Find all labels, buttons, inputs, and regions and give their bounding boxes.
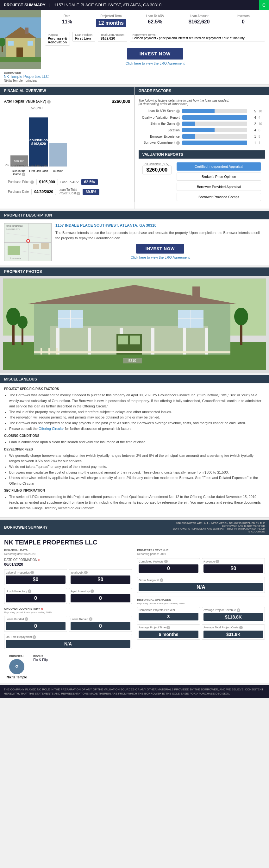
grade-row-location: Location 4 8 bbox=[139, 128, 265, 132]
val-option-borrower-appraisal[interactable]: Borrower Provided Appraisal bbox=[177, 183, 261, 191]
lro-agreement-link[interactable]: Click here to view the LRO Agreement bbox=[45, 61, 265, 65]
svg-text:© Terms of Use: © Terms of Use bbox=[10, 257, 21, 259]
desc-invest-button[interactable]: INVEST NOW bbox=[136, 244, 184, 254]
unsold-info[interactable]: i bbox=[28, 589, 31, 593]
svg-text:5310: 5310 bbox=[129, 359, 136, 363]
sec-bullets: The series of LROs corresponding to this… bbox=[4, 494, 265, 511]
loan-to-arv-item-label: Loan To ARV bbox=[61, 180, 79, 184]
loan-details-area: Rate 11% Projected Term 12 months Loan T… bbox=[41, 10, 269, 69]
grade-bar-commitment bbox=[182, 141, 247, 145]
svg-rect-51 bbox=[40, 348, 42, 354]
skin-info[interactable]: i bbox=[22, 173, 25, 176]
completed-projects-value: 0 bbox=[139, 564, 198, 572]
loan-to-project-value: 89.5% bbox=[82, 189, 99, 195]
svg-rect-50 bbox=[34, 351, 230, 353]
ha-bottom-grid: Average Project Time i 6 months Average … bbox=[137, 624, 265, 640]
completed-per-year-value: 3 bbox=[139, 613, 198, 620]
arv-value: $260,000 bbox=[112, 99, 130, 104]
loan-to-project-label: Loan To TotalProject Cost i bbox=[59, 188, 80, 195]
loan-to-project-info[interactable]: i bbox=[76, 192, 80, 195]
value-properties-cell: Value of Properties i $0 bbox=[4, 569, 67, 585]
inventory-grid: Unsold Inventory i 0 Aged Inventory i 0 bbox=[4, 588, 132, 604]
svg-rect-52 bbox=[48, 348, 50, 354]
header-address: 1157 INDALE PLACE SOUTHWEST, ATLANTA, GA… bbox=[54, 3, 161, 7]
principal-middle: FOCUS Fix & Flip bbox=[33, 655, 265, 679]
unsold-inventory-label: Unsold Inventory i bbox=[6, 589, 66, 593]
revenue-label: Revenue i bbox=[203, 560, 263, 563]
aged-info[interactable]: i bbox=[91, 589, 94, 593]
borrower-summary-section: BORROWER SUMMARY UNLESS NOTED WITH A ⊕ ,… bbox=[0, 520, 269, 683]
groundfloor-history-area: GROUNDFLOOR HISTORY ⊕ Reporting period: … bbox=[4, 607, 132, 649]
grade-score-skin: 2 bbox=[250, 122, 256, 126]
grade-max-skin: 10 bbox=[259, 122, 265, 126]
val-option-bpo[interactable]: Broker's Price Opinion bbox=[177, 173, 261, 181]
company-name: NK TEMPLE PROPERTIES LLC bbox=[4, 539, 265, 546]
ltarv-info[interactable]: i bbox=[176, 110, 180, 113]
property-description-header: PROPERTY DESCRIPTION bbox=[0, 211, 269, 219]
page-footer: THE COMPANY PLAYED NO ROLE IN THE PREPAR… bbox=[0, 685, 269, 698]
purchase-date-value: 04/30/2020 bbox=[31, 189, 56, 195]
value-properties-info[interactable]: i bbox=[30, 571, 34, 574]
val-option-certified[interactable]: Certified Independent Appraisal bbox=[177, 162, 261, 170]
completed-per-year-label: Completed Projects Per Year bbox=[139, 609, 198, 612]
total-loan-box: Total Loan Amount $162,620 bbox=[98, 32, 127, 42]
avg-project-revenue-label: Average Project Revenue i bbox=[203, 609, 263, 612]
grade-max-experience: 5 bbox=[259, 135, 265, 138]
loan-stat-amount: Loan Amount $162,620 bbox=[177, 12, 221, 29]
on-time-value: N/A bbox=[6, 640, 130, 648]
valuation-header: VALUATION REPORTS bbox=[139, 150, 265, 159]
closing-bullets: Loan is conditioned upon a clean title s… bbox=[4, 439, 265, 445]
total-debt-info[interactable]: i bbox=[84, 571, 88, 574]
revenue-value: $0 bbox=[203, 564, 263, 572]
avg-total-costs-label: Average Total Project Costs i bbox=[203, 626, 263, 629]
desc-text-area: 1157 INDALE PLACE SOUTHWEST, ATLANTA, GA… bbox=[55, 223, 265, 261]
purchase-price-info[interactable]: i bbox=[30, 180, 34, 184]
arv-info-icon[interactable]: i bbox=[47, 100, 51, 103]
avg-time-info[interactable]: i bbox=[166, 626, 170, 629]
on-time-label: On Time Repayment i bbox=[6, 635, 130, 639]
arv-num: $260,000 bbox=[142, 165, 172, 175]
on-time-info[interactable]: i bbox=[33, 635, 36, 639]
loans-repaid-info[interactable]: i bbox=[89, 617, 92, 621]
grade-bar-fill-commitment bbox=[182, 141, 247, 145]
property-photos-body: 5310 bbox=[0, 276, 269, 373]
projects-reporting-date: Reporting period: 2019 bbox=[137, 552, 265, 556]
avg-revenue-info[interactable]: i bbox=[237, 609, 240, 612]
loans-funded-info[interactable]: i bbox=[25, 617, 28, 621]
svg-rect-45 bbox=[193, 286, 200, 302]
svg-rect-35 bbox=[205, 328, 208, 354]
bar-skin: $18,100 bbox=[10, 106, 28, 166]
footer-text: THE COMPANY PLAYED NO ROLE IN THE PREPAR… bbox=[4, 688, 263, 695]
val-option-borrower-comps[interactable]: Borrower Provided Comps bbox=[177, 193, 261, 201]
borrower-body: NK TEMPLE PROPERTIES LLC FINANCIAL DATA … bbox=[0, 535, 269, 683]
loan-position-box: Loan Position First Lien bbox=[72, 32, 96, 42]
avg-costs-info[interactable]: i bbox=[239, 626, 243, 629]
purchase-price-value: $105,000 bbox=[36, 179, 58, 185]
gross-margin-value: N/A bbox=[139, 583, 263, 591]
total-debt-label: Total Debt i bbox=[71, 571, 130, 574]
gross-margin-info[interactable]: i bbox=[160, 578, 163, 582]
principal-name: Nikita Temple bbox=[4, 676, 29, 679]
svg-rect-19 bbox=[41, 243, 49, 249]
commitment-info[interactable]: i bbox=[176, 141, 180, 145]
skin-grade-info[interactable]: i bbox=[176, 122, 180, 126]
purpose-label: Purpose bbox=[48, 33, 67, 36]
borrower-name[interactable]: NK Temple Properties LLC bbox=[4, 74, 265, 79]
dev-bullet-1: We generally charge borrowers an origina… bbox=[9, 453, 265, 464]
risk-bullets: The Borrower was advanced the money it n… bbox=[4, 393, 265, 431]
svg-rect-53 bbox=[56, 348, 58, 354]
loan-stat-investors: Investors 0 bbox=[221, 12, 265, 29]
completed-projects-info[interactable]: i bbox=[164, 560, 168, 563]
desc-lro-link[interactable]: Click here to view the LRO Agreement bbox=[55, 255, 265, 259]
revenue-info[interactable]: i bbox=[215, 560, 219, 563]
grade-bar-fill-qvr bbox=[182, 115, 247, 120]
principal-left: PRINCIPAL ⚬ Nikita Temple bbox=[4, 655, 29, 679]
svg-rect-7 bbox=[28, 41, 33, 45]
grade-label-ltarv: Loan To ARV Score i bbox=[139, 109, 180, 113]
offering-circular-link[interactable]: Offering Circular bbox=[39, 427, 64, 431]
svg-rect-17 bbox=[8, 246, 20, 255]
grade-score-experience: 1 bbox=[250, 135, 256, 138]
term-value: 12 months bbox=[96, 19, 126, 27]
svg-rect-18 bbox=[33, 244, 39, 249]
invest-now-button[interactable]: INVEST NOW bbox=[127, 48, 183, 60]
